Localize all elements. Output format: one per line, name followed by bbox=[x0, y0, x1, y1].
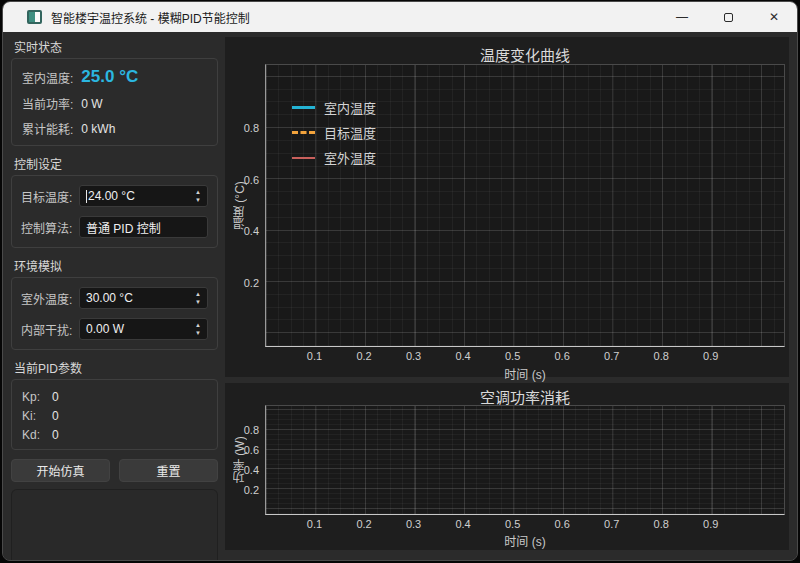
x-tick-label: 0.7 bbox=[604, 518, 619, 530]
disturbance-spinbox[interactable]: 0.00 W ▲ ▼ bbox=[79, 318, 208, 340]
spin-up-icon[interactable]: ▲ bbox=[192, 292, 204, 297]
pid-box: Kp: 0 Ki: 0 Kd: 0 bbox=[11, 379, 218, 450]
outdoor-line-swatch bbox=[292, 157, 315, 159]
indoor-temp-row: 室内温度: 25.0 °C bbox=[22, 67, 207, 87]
reset-button[interactable]: 重置 bbox=[119, 459, 218, 482]
x-tick-label: 0.9 bbox=[703, 518, 718, 530]
y-tick-label: 0.6 bbox=[244, 444, 259, 456]
group-pid: 当前PID参数 Kp: 0 Ki: 0 Kd: 0 bbox=[11, 359, 218, 450]
text-cursor bbox=[86, 190, 87, 203]
kp-value: 0 bbox=[52, 390, 59, 404]
temperature-x-ticks: 0.10.20.30.40.50.60.70.80.9 bbox=[265, 350, 785, 364]
legend-label-outdoor: 室外温度 bbox=[324, 148, 376, 167]
target-temp-row: 目标温度: 24.00 °C ▲ ▼ bbox=[21, 185, 208, 207]
current-power-row: 当前功率: 0 W bbox=[22, 95, 207, 112]
status-box: 室内温度: 25.0 °C 当前功率: 0 W 累计能耗: 0 kWh bbox=[11, 58, 218, 146]
legend-label-target: 目标温度 bbox=[324, 123, 376, 142]
indoor-line-swatch bbox=[292, 106, 315, 109]
temperature-legend: 室内温度 目标温度 室外温度 bbox=[292, 95, 376, 170]
control-panel: 实时状态 室内温度: 25.0 °C 当前功率: 0 W 累计能耗: 0 kWh bbox=[3, 32, 225, 560]
window-controls: — ✕ bbox=[659, 2, 797, 32]
action-buttons: 开始仿真 重置 bbox=[11, 459, 218, 482]
main-content: 实时状态 室内温度: 25.0 °C 当前功率: 0 W 累计能耗: 0 kWh bbox=[3, 32, 797, 560]
spin-down-icon[interactable]: ▼ bbox=[192, 198, 204, 203]
legend-item-target: 目标温度 bbox=[292, 120, 376, 145]
x-tick-label: 0.8 bbox=[654, 518, 669, 530]
temperature-plot-area: 室内温度 目标温度 室外温度 bbox=[265, 64, 785, 347]
spin-down-icon[interactable]: ▼ bbox=[192, 331, 204, 336]
kp-label: Kp: bbox=[22, 390, 48, 404]
group-title-pid: 当前PID参数 bbox=[14, 359, 218, 376]
x-tick-label: 0.7 bbox=[604, 350, 619, 362]
close-button[interactable]: ✕ bbox=[751, 2, 797, 32]
current-power-label: 当前功率: bbox=[22, 95, 73, 112]
energy-total-value: 0 kWh bbox=[81, 122, 115, 136]
x-tick-label: 0.3 bbox=[406, 350, 421, 362]
spin-up-icon[interactable]: ▲ bbox=[192, 190, 204, 195]
outdoor-temp-row: 室外温度: 30.00 °C ▲ ▼ bbox=[21, 287, 208, 309]
outdoor-temp-label: 室外温度: bbox=[21, 290, 79, 307]
kd-label: Kd: bbox=[22, 428, 48, 442]
group-control: 控制设定 目标温度: 24.00 °C ▲ ▼ bbox=[11, 155, 218, 248]
window-title: 智能楼宇温控系统 - 模糊PID节能控制 bbox=[51, 9, 250, 26]
x-tick-label: 0.1 bbox=[307, 518, 322, 530]
disturbance-label: 内部干扰: bbox=[21, 321, 79, 338]
screenshot-root: 智能楼宇温控系统 - 模糊PID节能控制 — ✕ 实时状态 室内温度: 25.0… bbox=[0, 0, 800, 563]
algorithm-combobox[interactable]: 普通 PID 控制 bbox=[79, 216, 208, 238]
legend-item-indoor: 室内温度 bbox=[292, 95, 376, 120]
current-power-value: 0 W bbox=[81, 97, 102, 111]
spin-arrows: ▲ ▼ bbox=[192, 319, 204, 339]
x-tick-label: 0.2 bbox=[356, 518, 371, 530]
panel-empty-area bbox=[11, 489, 218, 561]
legend-item-outdoor: 室外温度 bbox=[292, 145, 376, 170]
kp-row: Kp: 0 bbox=[22, 387, 207, 406]
ki-value: 0 bbox=[52, 409, 59, 423]
x-tick-label: 0.5 bbox=[505, 518, 520, 530]
start-simulation-button[interactable]: 开始仿真 bbox=[11, 459, 110, 482]
y-tick-label: 0.4 bbox=[244, 464, 259, 476]
x-tick-label: 0.4 bbox=[455, 518, 470, 530]
x-tick-label: 0.2 bbox=[356, 350, 371, 362]
spin-up-icon[interactable]: ▲ bbox=[192, 323, 204, 328]
spin-down-icon[interactable]: ▼ bbox=[192, 300, 204, 305]
x-tick-label: 0.4 bbox=[455, 350, 470, 362]
target-temp-spinbox[interactable]: 24.00 °C ▲ ▼ bbox=[79, 185, 208, 207]
control-box: 目标温度: 24.00 °C ▲ ▼ 控制算法: bbox=[11, 175, 218, 248]
x-tick-label: 0.9 bbox=[703, 350, 718, 362]
x-tick-label: 0.5 bbox=[505, 350, 520, 362]
y-tick-label: 0.2 bbox=[244, 277, 259, 289]
algorithm-row: 控制算法: 普通 PID 控制 bbox=[21, 216, 208, 238]
spin-arrows: ▲ ▼ bbox=[192, 288, 204, 308]
minimize-button[interactable]: — bbox=[659, 2, 705, 32]
indoor-temp-label: 室内温度: bbox=[22, 69, 73, 86]
kd-row: Kd: 0 bbox=[22, 425, 207, 444]
x-tick-label: 0.6 bbox=[554, 350, 569, 362]
group-title-status: 实时状态 bbox=[14, 38, 218, 55]
maximize-icon bbox=[724, 13, 733, 22]
x-tick-label: 0.8 bbox=[654, 350, 669, 362]
target-line-swatch bbox=[292, 131, 315, 134]
energy-total-label: 累计能耗: bbox=[22, 120, 73, 137]
y-tick-label: 0.8 bbox=[244, 424, 259, 436]
group-environment: 环境模拟 室外温度: 30.00 °C ▲ ▼ bbox=[11, 257, 218, 350]
outdoor-temp-spinbox[interactable]: 30.00 °C ▲ ▼ bbox=[79, 287, 208, 309]
minimize-icon: — bbox=[676, 12, 688, 22]
power-x-ticks: 0.10.20.30.40.50.60.70.80.9 bbox=[265, 518, 785, 532]
title-bar[interactable]: 智能楼宇温控系统 - 模糊PID节能控制 — ✕ bbox=[3, 2, 797, 32]
y-tick-label: 0.4 bbox=[244, 225, 259, 237]
spin-arrows: ▲ ▼ bbox=[192, 186, 204, 206]
temperature-x-axis-label: 时间 (s) bbox=[265, 365, 785, 382]
indoor-temp-value: 25.0 °C bbox=[81, 67, 138, 87]
algorithm-value: 普通 PID 控制 bbox=[86, 219, 161, 236]
legend-label-indoor: 室内温度 bbox=[324, 98, 376, 117]
x-tick-label: 0.6 bbox=[554, 518, 569, 530]
power-chart-title: 空调功率消耗 bbox=[265, 386, 785, 407]
maximize-button[interactable] bbox=[705, 2, 751, 32]
temperature-chart: 温度变化曲线 温度 (°C) 室内温度 目标温度 bbox=[225, 37, 789, 377]
target-temp-label: 目标温度: bbox=[21, 188, 79, 205]
group-title-environment: 环境模拟 bbox=[14, 257, 218, 274]
power-chart: 空调功率消耗 功率 (W) 0.20.40.60.8 0.10.20.30.40… bbox=[225, 383, 789, 550]
algorithm-label: 控制算法: bbox=[21, 219, 79, 236]
power-x-axis-label: 时间 (s) bbox=[265, 532, 785, 549]
x-tick-label: 0.1 bbox=[307, 350, 322, 362]
